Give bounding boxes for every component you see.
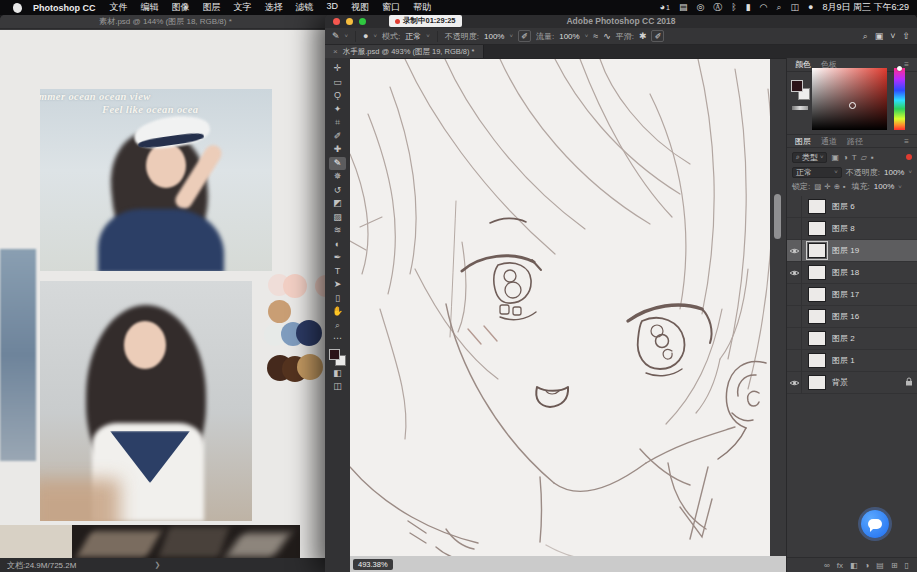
chevron-down-icon[interactable]: ˅	[345, 33, 349, 39]
panel-menu-icon[interactable]: ≡	[904, 137, 909, 146]
status-caret-icon[interactable]: ❯	[154, 561, 160, 569]
marquee-tool[interactable]: ▭	[329, 76, 346, 90]
battery-icon[interactable]: ▮	[746, 0, 751, 15]
spotlight-icon[interactable]: ⌕	[776, 0, 781, 15]
brush-tool[interactable]: ✎	[329, 157, 346, 171]
new-layer-icon[interactable]: ⊞	[891, 561, 898, 570]
layer-visibility-empty[interactable]	[787, 284, 802, 306]
layer-row-4[interactable]: 图层 17	[787, 284, 917, 306]
mode-value[interactable]: 正常	[405, 31, 421, 42]
photoshop-titlebar[interactable]: Adobe Photoshop CC 2018 录制中01:29:25	[325, 14, 917, 28]
menu-item-10[interactable]: 帮助	[413, 1, 431, 14]
adjustment-layer-icon[interactable]: ◑	[864, 561, 869, 570]
hue-slider-marker[interactable]	[897, 66, 902, 71]
lock-pixels-icon[interactable]: ✛	[824, 182, 830, 191]
opacity-value[interactable]: 100%	[484, 32, 504, 41]
menu-item-7[interactable]: 3D	[327, 1, 339, 14]
keyboard-icon[interactable]: ◫	[791, 0, 800, 15]
filter-type-layers-icon[interactable]: T	[852, 153, 857, 162]
crop-tool[interactable]: ⌗	[329, 116, 346, 130]
filter-adjustment-layers-icon[interactable]: ◑	[843, 153, 848, 162]
tab-paths[interactable]: 路径	[847, 136, 863, 147]
menu-bar-clock[interactable]: 8月9日 周三 下午6:29	[822, 1, 909, 14]
workspace-caret-icon[interactable]: ˅	[890, 31, 895, 41]
saturation-brightness-field[interactable]	[812, 68, 887, 130]
layer-thumbnail[interactable]	[808, 199, 826, 214]
delete-layer-icon[interactable]: ▯	[905, 561, 909, 570]
smoothing-curve-icon[interactable]: ∿	[603, 31, 611, 41]
lock-transparency-icon[interactable]: ▨	[814, 182, 821, 191]
layer-row-8[interactable]: 背景	[787, 372, 917, 394]
tab-channels[interactable]: 通道	[821, 136, 837, 147]
layer-thumbnail[interactable]	[808, 221, 826, 236]
chevron-down-icon[interactable]: ˅	[374, 33, 378, 39]
flow-value[interactable]: 100%	[559, 32, 579, 41]
healing-brush-tool[interactable]: ✚	[329, 143, 346, 157]
wifi-icon[interactable]: ◠	[760, 0, 768, 15]
layer-thumbnail[interactable]	[808, 243, 826, 258]
reference-window-titlebar[interactable]: 素材.psd @ 144% (图层 18, RGB/8) *	[0, 15, 331, 29]
search-icon[interactable]: ⌕	[863, 31, 868, 42]
menu-item-5[interactable]: 选择	[265, 1, 283, 14]
layer-visibility-eye-icon[interactable]	[787, 372, 802, 394]
move-tool[interactable]: ✛	[329, 62, 346, 76]
menu-item-0[interactable]: 文件	[110, 1, 128, 14]
link-layers-icon[interactable]: ∞	[824, 561, 830, 570]
workspace-icon[interactable]: ▣	[875, 31, 884, 41]
layer-visibility-empty[interactable]	[787, 328, 802, 350]
tools-ellipsis-icon[interactable]: ⋯	[329, 332, 346, 346]
layer-thumbnail[interactable]	[808, 265, 826, 280]
bluetooth-icon[interactable]: ᛒ	[731, 0, 736, 15]
layer-row-2[interactable]: 图层 19	[787, 240, 917, 262]
pen-tool[interactable]: ✒	[329, 251, 346, 265]
clone-stamp-tool[interactable]: ✵	[329, 170, 346, 184]
layer-thumbnail[interactable]	[808, 353, 826, 368]
color-field-cursor[interactable]	[849, 102, 856, 109]
reference-canvas[interactable]: summer ocean ocean view Feel like ocean …	[0, 30, 331, 558]
airbrush-toggle-icon[interactable]: ≈	[593, 31, 598, 41]
zoom-tool[interactable]: ⌕	[329, 319, 346, 333]
close-window-button[interactable]	[333, 18, 340, 25]
panel-menu-icon[interactable]: ≡	[904, 60, 909, 69]
eyedropper-tool[interactable]: ✐	[329, 130, 346, 144]
foreground-background-swatches[interactable]	[329, 349, 346, 366]
menu-item-2[interactable]: 图像	[172, 1, 190, 14]
filter-toggle-light[interactable]	[906, 154, 912, 160]
eraser-tool[interactable]: ◩	[329, 197, 346, 211]
layer-row-5[interactable]: 图层 16	[787, 306, 917, 328]
vertical-scrollbar[interactable]	[770, 59, 786, 556]
input-source-icon[interactable]: Ⓐ	[713, 0, 722, 15]
history-brush-tool[interactable]: ↺	[329, 184, 346, 198]
menu-item-9[interactable]: 窗口	[382, 1, 400, 14]
filter-kind-dropdown[interactable]: ⌕ 类型 ˅	[792, 152, 827, 163]
layer-visibility-eye-icon[interactable]	[787, 262, 802, 284]
recording-timer-badge[interactable]: 录制中01:29:25	[389, 15, 462, 27]
tab-close-icon[interactable]: ×	[333, 47, 338, 56]
document-canvas[interactable]	[350, 59, 770, 556]
layer-row-7[interactable]: 图层 1	[787, 350, 917, 372]
hand-tool[interactable]: ✋	[329, 305, 346, 319]
chevron-down-icon[interactable]: ˅	[509, 33, 513, 39]
layer-thumbnail[interactable]	[808, 309, 826, 324]
blur-tool[interactable]: ≋	[329, 224, 346, 238]
display-mirroring-icon[interactable]: ▤	[679, 0, 688, 15]
menu-item-3[interactable]: 图层	[203, 1, 221, 14]
pressure-opacity-toggle-icon[interactable]: ✐	[518, 30, 531, 42]
share-icon[interactable]: ⇧	[902, 31, 910, 41]
foreground-color-well[interactable]	[791, 80, 803, 92]
layer-thumbnail[interactable]	[808, 331, 826, 346]
accessibility-icon[interactable]: ◎	[696, 0, 704, 15]
menu-item-6[interactable]: 滤镜	[296, 1, 314, 14]
filter-pixel-layers-icon[interactable]: ▣	[831, 153, 839, 162]
filter-shape-layers-icon[interactable]: ▱	[861, 153, 867, 162]
brush-tool-options-icon[interactable]: ✎	[332, 31, 340, 41]
layer-group-icon[interactable]: ▤	[876, 561, 884, 570]
menu-item-8[interactable]: 视图	[351, 1, 369, 14]
chevron-down-icon[interactable]: ˅	[585, 33, 589, 39]
layer-mask-icon[interactable]: ◧	[850, 561, 858, 570]
zoom-level-readout[interactable]: 493.38%	[353, 559, 393, 570]
blend-mode-dropdown[interactable]: 正常 ˅	[792, 167, 842, 178]
filter-smart-objects-icon[interactable]: ▪	[871, 153, 874, 162]
layer-visibility-eye-icon[interactable]	[787, 240, 802, 262]
timer-status-icon[interactable]: ◕1	[660, 0, 670, 15]
